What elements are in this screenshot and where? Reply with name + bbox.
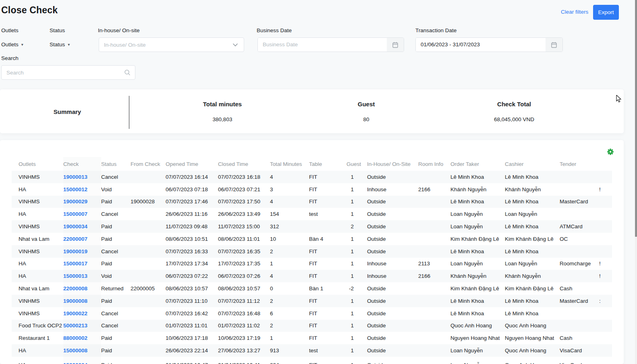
check-number-link[interactable]: 19000022 [63,310,87,316]
cell: 17/07/2023 17:35 [218,258,270,270]
column-header-status[interactable]: Status [101,157,131,171]
cell: 19000008 [63,295,101,307]
cell [418,233,450,245]
clear-filters-link[interactable]: Clear filters [561,9,588,15]
cell: Cancel [101,320,131,332]
cell: HA [12,357,63,364]
column-header-opened-time[interactable]: Opened Time [166,157,218,171]
cell: Bàn 1 [309,282,347,295]
cell: 19000029 [63,196,101,208]
cell: test [309,208,347,220]
cell: VisaCard [560,344,599,357]
cell: 17/07/2023 17:34 [166,258,218,270]
cell: 19000022 [63,307,101,320]
cell: Outside [367,220,418,233]
check-number-link[interactable]: 19000019 [63,248,87,254]
cell: Void [101,183,131,196]
cell: ATMCard [560,220,599,233]
check-number-link[interactable]: 22000007 [63,236,87,242]
column-header-closed-time[interactable]: Closed Time [218,157,270,171]
column-header-table[interactable]: Table [309,157,347,171]
cell [131,307,166,320]
column-header-extra[interactable] [599,157,612,171]
page-scrollbar[interactable] [635,0,637,364]
cell [418,320,450,332]
cell [560,320,599,332]
check-number-link[interactable]: 19000029 [63,199,87,205]
cell: 07/07/2023 17:50 [218,196,270,208]
column-header-outlets[interactable]: Outlets [12,157,63,171]
outlets-filter-label: Outlets [1,27,19,33]
check-number-link[interactable]: 15000004 [63,362,87,364]
cell: 22000007 [63,233,101,245]
cell: Roomcharge [560,258,599,270]
search-input[interactable]: Search [1,65,135,80]
transaction-date-input[interactable]: 01/06/2023 - 31/07/2023 [415,37,563,52]
column-header-room-info[interactable]: Room Info [418,157,450,171]
calendar-icon [551,42,557,48]
cell [599,320,612,332]
cell [560,183,599,196]
transaction-date-value: 01/06/2023 - 31/07/2023 [416,38,546,52]
cell: 1 [347,295,367,307]
table-row: VINHMS19000008Paid07/07/2023 11:1007/07/… [12,295,612,307]
business-date-input[interactable]: Business Date [257,37,404,52]
cell [599,245,612,258]
cell: 08/06/2023 10:51 [166,233,218,245]
column-header-total-minutes[interactable]: Total Minutes [270,157,309,171]
column-header-guest[interactable]: Guest [347,157,367,171]
check-number-link[interactable]: 88000002 [63,335,87,341]
check-number-link[interactable]: 15000017 [63,261,87,267]
cell: 1 [347,307,367,320]
inhouse-select[interactable]: In-house/ On-site [99,37,244,52]
cell [560,208,599,220]
table-settings-gear-icon[interactable] [607,149,614,155]
check-number-link[interactable]: 15000013 [63,273,87,279]
check-number-link[interactable]: 19000008 [63,298,87,304]
check-number-link[interactable]: 15000012 [63,186,87,192]
cell: Outside [367,245,418,258]
cell: 2 [270,320,309,332]
cell: Paid [101,295,131,307]
stat-check-total-label: Check Total [497,101,531,108]
scrollbar-thumb[interactable] [635,0,637,237]
cell: Lê Minh Khoa [505,196,560,208]
cell [131,295,166,307]
cell: Outside [367,282,418,295]
column-header-order-taker[interactable]: Order Taker [450,157,505,171]
check-number-link[interactable]: 50000213 [63,323,87,329]
cell: 01/04/2023 10:47 [166,357,218,364]
cell: 4 [270,171,309,183]
check-number-link[interactable]: 19000013 [63,174,87,180]
cell: Cancel [101,171,131,183]
status-dropdown[interactable]: Status▾ [50,37,70,52]
cell: Cash [560,332,599,344]
cell: 2166 [418,270,450,282]
column-header-from-check[interactable]: From Check [131,157,166,171]
column-header-tender[interactable]: Tender [560,157,599,171]
cell: 1 [347,183,367,196]
cell: 3 [270,183,309,196]
column-header-cashier[interactable]: Cashier [505,157,560,171]
stat-guest-value: 80 [363,116,369,122]
export-button[interactable]: Export [593,5,619,20]
cell: 2166 [418,183,450,196]
cell: Lê Minh Khoa [505,245,560,258]
cell: 22000008 [63,282,101,295]
cell: Nhat va Lam [12,233,63,245]
check-number-link[interactable]: 22000008 [63,285,87,292]
check-number-link[interactable]: 19000034 [63,223,87,230]
cell: Kim Khánh Đặng Lê [505,282,560,295]
cell [599,208,612,220]
cell: Inhouse [367,258,418,270]
cell: 07/07/2023 16:35 [218,245,270,258]
table-row: VINHMS19000019Cancel07/07/2023 16:3307/0… [12,245,612,258]
outlets-dropdown[interactable]: Outlets▾ [1,37,23,52]
cell: Nhat va Lam [12,282,63,295]
check-number-link[interactable]: 15000008 [63,347,87,354]
table-row: HA15000007Cancel26/06/2023 11:1626/06/20… [12,208,612,220]
column-header-check[interactable]: Check [63,157,101,171]
cell: HA [12,270,63,282]
check-number-link[interactable]: 15000007 [63,211,87,217]
column-header-in-house-on-site[interactable]: In-House/ On-Site [367,157,418,171]
